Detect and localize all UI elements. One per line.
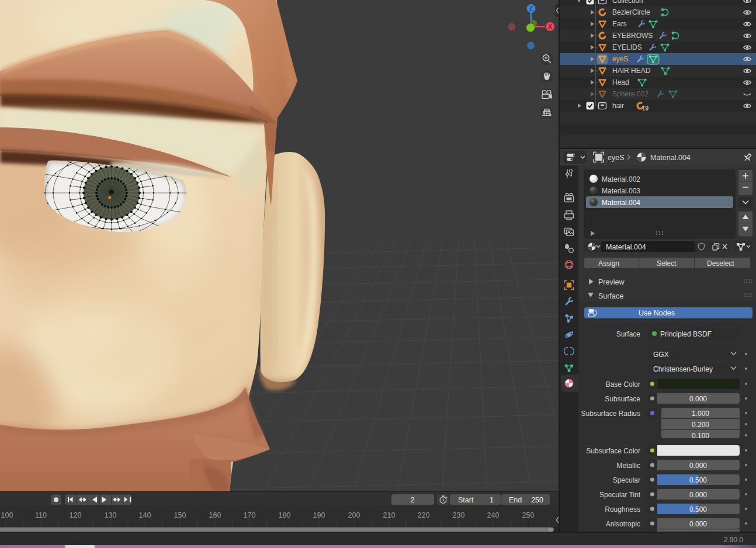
svg-text:Select: Select xyxy=(657,259,677,268)
svg-text:100: 100 xyxy=(1,511,13,519)
svg-text:0.500: 0.500 xyxy=(689,476,707,484)
svg-text:Ears: Ears xyxy=(612,20,627,28)
svg-text:Sphere.002: Sphere.002 xyxy=(612,90,649,98)
svg-text:Specular: Specular xyxy=(613,476,640,484)
svg-text:130: 130 xyxy=(105,511,117,519)
svg-text:1.000: 1.000 xyxy=(692,410,709,418)
svg-text:120: 120 xyxy=(70,511,82,519)
svg-text:Material.004: Material.004 xyxy=(602,199,640,207)
svg-text:160: 160 xyxy=(209,511,221,519)
svg-text:Subsurface Radius: Subsurface Radius xyxy=(581,410,640,418)
svg-text:0.100: 0.100 xyxy=(692,432,709,440)
svg-text:HAIR HEAD: HAIR HEAD xyxy=(612,67,651,75)
svg-text:Metallic: Metallic xyxy=(616,462,640,470)
svg-text:Collection: Collection xyxy=(612,0,643,5)
svg-text:200: 200 xyxy=(348,511,360,519)
svg-text:Surface: Surface xyxy=(616,330,641,338)
svg-text:0.500: 0.500 xyxy=(689,505,707,514)
svg-text:Subsurface Color: Subsurface Color xyxy=(586,447,640,455)
svg-text:Roughness: Roughness xyxy=(605,505,640,514)
svg-text:220: 220 xyxy=(418,511,430,519)
svg-text:Material.002: Material.002 xyxy=(602,175,640,183)
svg-text:BezierCircle: BezierCircle xyxy=(612,8,650,16)
svg-text:2: 2 xyxy=(411,496,415,504)
svg-text:Material.003: Material.003 xyxy=(602,187,640,195)
svg-text:Deselect: Deselect xyxy=(707,259,734,268)
svg-text:Material.004: Material.004 xyxy=(650,154,691,162)
svg-text:Use Nodes: Use Nodes xyxy=(639,309,675,317)
svg-text:Base Color: Base Color xyxy=(606,380,640,389)
svg-text:150: 150 xyxy=(174,511,186,519)
svg-text:Principled BSDF: Principled BSDF xyxy=(660,330,712,338)
svg-text:0.000: 0.000 xyxy=(689,520,707,528)
svg-text:0.200: 0.200 xyxy=(692,421,709,429)
svg-text:170: 170 xyxy=(244,511,256,519)
svg-text:Preview: Preview xyxy=(598,278,625,286)
svg-text:230: 230 xyxy=(453,511,465,519)
svg-text:240: 240 xyxy=(487,511,500,519)
svg-text:0.000: 0.000 xyxy=(689,462,707,470)
svg-text:110: 110 xyxy=(35,511,47,519)
svg-text:Head: Head xyxy=(612,78,629,86)
svg-text:190: 190 xyxy=(313,511,325,519)
svg-text:GGX: GGX xyxy=(653,351,669,359)
svg-text:End: End xyxy=(509,496,522,504)
svg-text:hair: hair xyxy=(612,102,624,110)
svg-text:EYELIDS: EYELIDS xyxy=(612,43,642,51)
svg-text:Subsurface: Subsurface xyxy=(605,395,640,403)
svg-text:Assign: Assign xyxy=(598,259,619,268)
svg-text:Specular Tint: Specular Tint xyxy=(599,491,641,499)
svg-text:EYEBROWS: EYEBROWS xyxy=(612,32,653,40)
svg-text:eyeS: eyeS xyxy=(612,55,628,63)
svg-text:Surface: Surface xyxy=(598,292,623,300)
svg-text:1: 1 xyxy=(490,496,494,504)
svg-text:Anisotropic: Anisotropic xyxy=(606,520,640,528)
svg-text:210: 210 xyxy=(383,511,396,519)
svg-text:Z: Z xyxy=(529,5,533,12)
svg-text:0.000: 0.000 xyxy=(689,491,707,499)
svg-text:19: 19 xyxy=(642,105,649,112)
svg-text:eyeS: eyeS xyxy=(608,154,625,162)
svg-text:Christensen-Burley: Christensen-Burley xyxy=(653,365,713,373)
svg-text:Material.004: Material.004 xyxy=(606,243,646,251)
svg-text:0.000: 0.000 xyxy=(689,395,707,403)
svg-text:250: 250 xyxy=(522,511,535,519)
svg-text:X: X xyxy=(548,23,552,30)
svg-text:Start: Start xyxy=(458,496,474,504)
svg-text:180: 180 xyxy=(279,511,291,519)
svg-text:250: 250 xyxy=(531,496,543,504)
svg-text:140: 140 xyxy=(139,511,151,519)
